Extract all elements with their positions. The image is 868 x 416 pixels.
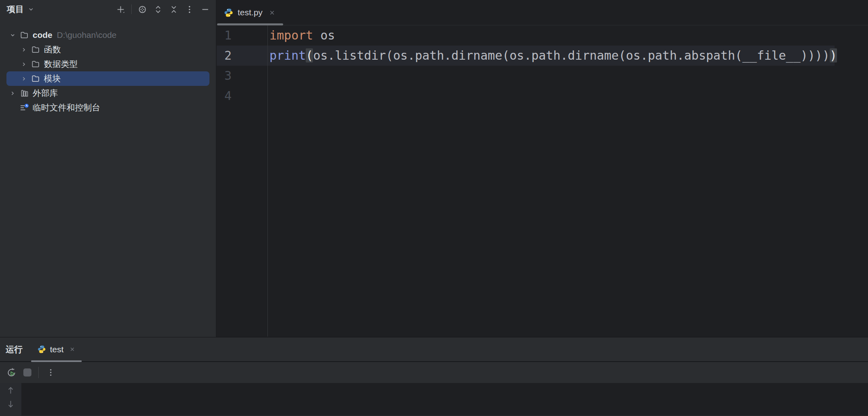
chevron-right-icon[interactable] [20,46,27,53]
project-tree: code D:\guohan\code 函数 数据类型 [0,19,216,115]
project-tool-window: 项目 [0,0,216,337]
chevron-down-icon[interactable] [28,6,34,12]
run-tool-window: 运行 test [0,337,868,416]
pycharm-window: 项目 [0,0,868,416]
chevron-right-icon[interactable] [20,60,27,68]
collapse-all-icon[interactable] [169,4,179,15]
tree-item-path: D:\guohan\code [57,30,116,40]
python-file-icon [37,345,46,354]
tree-item-label: 模块 [44,73,61,84]
matched-brace-open: ( [306,48,313,62]
python-file-icon [224,8,233,17]
tree-item-code[interactable]: code D:\guohan\code [6,28,209,42]
toolbar-divider [131,4,132,14]
console-output: D:\Python37\python.exe D:\guohan\code\模块… [21,383,375,416]
tree-item-label: 外部库 [33,87,58,99]
code-text[interactable]: print(os.listdir(os.path.dirname(os.path… [267,46,837,66]
run-tab-title: test [50,345,64,354]
library-icon [20,89,29,98]
line-number[interactable]: 4 [217,86,267,106]
tree-item-external-libraries[interactable]: 外部库 [6,86,209,100]
hide-tool-window-icon[interactable] [200,4,210,15]
run-toolbar [0,362,868,383]
run-panel-title[interactable]: 运行 [6,344,23,355]
scratches-icon [20,103,29,112]
code-line-4[interactable]: 4 [217,86,868,106]
tree-item-label: code [33,30,52,40]
toolbar-divider [38,367,39,378]
folder-icon [31,45,40,54]
locate-file-icon[interactable] [137,4,147,15]
scroll-down-icon[interactable] [6,399,15,409]
tab-test-py[interactable]: test.py [217,0,284,25]
folder-icon [31,60,40,69]
matched-brace-close: ) [830,48,837,62]
code-editor[interactable]: 1 import os 2 print(os.listdir(os.path.d… [217,25,868,337]
tree-item-shujuleixing[interactable]: 数据类型 [6,57,209,71]
chevron-right-icon[interactable] [20,75,27,82]
tree-item-label: 数据类型 [44,58,78,70]
tree-item-label: 临时文件和控制台 [33,102,100,113]
editor-area: test.py 1 import os 2 print(os.listdir(o… [217,0,868,337]
tree-item-label: 函数 [44,44,61,55]
more-options-icon[interactable] [184,4,195,15]
project-panel-header: 项目 [0,0,216,19]
rerun-icon[interactable] [6,368,17,378]
folder-icon [31,74,40,83]
run-tab-test[interactable]: test [31,337,82,361]
gutter-separator [267,25,268,337]
line-number[interactable]: 3 [217,66,267,86]
code-line-3[interactable]: 3 [217,66,868,86]
line-number[interactable]: 1 [217,25,267,46]
chevron-down-icon[interactable] [9,31,16,39]
tab-title: test.py [238,8,263,17]
run-console[interactable]: D:\Python37\python.exe D:\guohan\code\模块… [0,383,868,416]
chevron-right-icon[interactable] [9,89,16,97]
close-icon[interactable] [269,9,276,16]
console-scroll-strip [0,383,21,416]
tree-item-scratches[interactable]: 临时文件和控制台 [6,100,209,115]
project-toolbar [116,4,210,15]
scroll-up-icon[interactable] [6,386,15,395]
run-panel-header: 运行 test [0,337,868,362]
close-icon[interactable] [69,346,75,352]
add-icon[interactable] [116,4,126,15]
tree-item-mokuai-selected[interactable]: 模块 [6,71,209,86]
expand-all-icon[interactable] [153,4,163,15]
code-text[interactable]: import os [267,25,335,46]
editor-tab-bar: test.py [217,0,868,25]
tree-item-hanshu[interactable]: 函数 [6,42,209,57]
project-panel-title[interactable]: 项目 [7,4,24,15]
more-options-icon[interactable] [46,368,56,378]
line-number[interactable]: 2 [217,46,267,66]
code-line-2-current[interactable]: 2 print(os.listdir(os.path.dirname(os.pa… [217,46,868,66]
folder-icon [20,31,29,40]
code-line-1[interactable]: 1 import os [217,25,868,46]
stop-icon[interactable] [23,368,31,376]
